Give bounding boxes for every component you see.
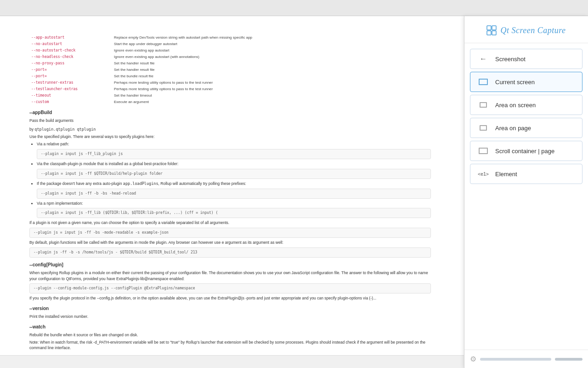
element-label: Element [495,171,517,178]
qt-logo-icon [486,25,497,35]
svg-rect-3 [492,31,496,35]
current-screen-button[interactable]: Current screen [470,72,582,92]
bottom-bar-left [480,358,551,361]
capture-options: ← Screenshot Current screen Area on scre… [464,43,588,190]
area-on-screen-label: Area on screen [495,102,536,109]
area-on-page-icon [477,123,490,133]
panel-header: Qt Screen Capture [464,16,588,43]
svg-rect-1 [492,26,496,30]
doc-content: --app-autostartReplace empty DevTools ve… [29,34,431,359]
scroll-container-icon [477,146,490,156]
area-on-page-button[interactable]: Area on page [470,118,582,138]
area-on-page-label: Area on page [495,125,531,132]
screenshot-icon: ← [477,54,490,64]
panel-bottom: ⚙ [464,350,588,368]
svg-rect-2 [487,31,491,35]
right-panel: Qt Screen Capture ← Screenshot Current s… [464,16,588,368]
area-on-screen-button[interactable]: Area on screen [470,95,582,115]
element-button[interactable]: <e1> Element [470,164,582,184]
area-on-screen-icon [477,100,490,110]
bottom-bar-right [555,358,582,361]
scroll-container-button[interactable]: Scroll container | page [470,141,582,161]
doc-area: --app-autostartReplace empty DevTools ve… [0,16,464,368]
settings-gear-icon[interactable]: ⚙ [470,355,476,363]
top-bar [0,0,588,16]
svg-rect-0 [487,26,491,30]
panel-title: Qt Screen Capture [500,26,565,35]
element-icon: <e1> [477,169,490,179]
current-screen-icon [477,77,490,87]
screenshot-label: Screenshot [495,56,526,63]
scroll-container-label: Scroll container | page [495,148,554,155]
screenshot-button[interactable]: ← Screenshot [470,49,582,69]
current-screen-label: Current screen [495,79,535,86]
